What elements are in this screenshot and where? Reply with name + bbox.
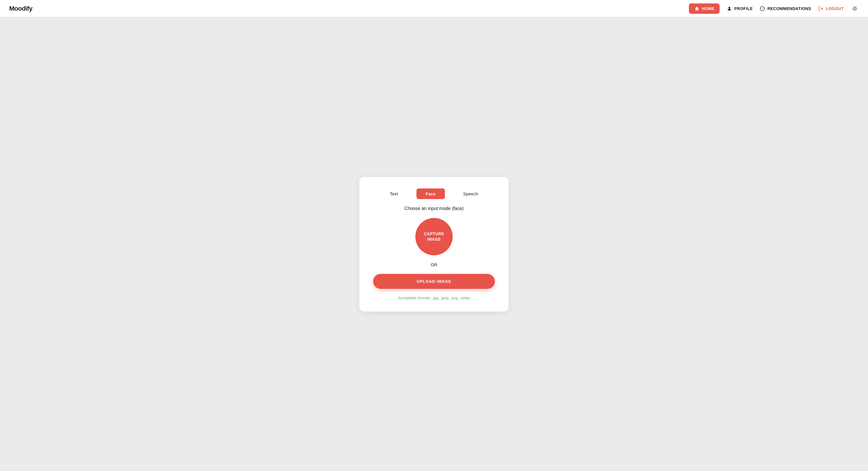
profile-icon [726,6,732,11]
logout-icon [818,6,824,11]
navbar-right: HOME PROFILE RECOMMENDATIONS [689,3,859,14]
brand-name: Moodify [9,5,32,12]
nav-recommendations[interactable]: RECOMMENDATIONS [760,6,811,11]
svg-line-9 [856,10,857,10]
nav-logout[interactable]: LOGOUT [818,6,844,11]
nav-home[interactable]: HOME [689,3,720,14]
main-content: Text Face Speech Choose an input mode (f… [0,17,868,471]
format-info: Acceptable formats: .jpg, .jpeg, .png, .… [398,296,470,300]
svg-point-0 [728,7,730,9]
upload-image-button[interactable]: UPLOAD IMAGE [373,274,495,289]
or-divider: OR [431,262,437,267]
svg-point-5 [854,7,856,9]
theme-toggle-button[interactable] [851,5,859,12]
capture-image-button[interactable]: CAPTUREIMAGE [415,218,453,255]
home-icon [694,6,700,11]
svg-line-12 [853,10,854,10]
navbar: Moodify HOME PROFILE [0,0,868,17]
recommendations-icon [760,6,765,11]
tab-speech[interactable]: Speech [454,189,487,199]
nav-profile[interactable]: PROFILE [726,6,753,11]
tab-text[interactable]: Text [381,189,407,199]
card-subtitle: Choose an input mode (face) [404,206,464,211]
input-mode-card: Text Face Speech Choose an input mode (f… [360,177,508,311]
tabs-container: Text Face Speech [373,189,495,199]
tab-face[interactable]: Face [416,189,445,199]
